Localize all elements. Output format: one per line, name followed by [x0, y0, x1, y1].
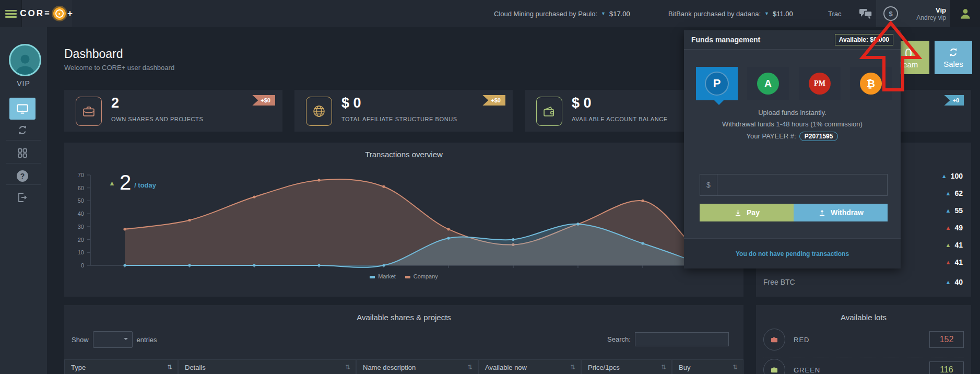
funds-title: Funds management: [691, 36, 760, 44]
legend-company: Company: [405, 273, 438, 279]
notification-cloud-mining[interactable]: Cloud Mining purchased by Paulo: ▼ $17.0…: [494, 0, 630, 27]
sidebar-divider: [6, 184, 41, 185]
sidebar-item-apps[interactable]: [9, 142, 36, 164]
notification-truncated[interactable]: Trac: [828, 0, 842, 27]
show-label: Show: [72, 336, 89, 344]
transactions-chart: 01020304050607008 June09 June10 June11 J…: [64, 161, 743, 271]
sidebar-item-help[interactable]: ?: [9, 165, 36, 187]
search-input[interactable]: [635, 332, 729, 346]
person-silhouette-icon: [13, 51, 37, 75]
funds-management-dropdown: Funds management Available: $0.000 P A P…: [684, 30, 901, 268]
user-avatar-button[interactable]: [950, 0, 980, 27]
available-balance-badge: Available: $0.000: [835, 34, 893, 45]
payment-method-perfect-money[interactable]: PM: [799, 67, 841, 100]
sort-icon: ⇅: [733, 364, 738, 371]
payeer-number-pill: P2071595: [799, 132, 839, 141]
lot-label: GREEN: [794, 366, 820, 374]
sales-card[interactable]: Sales: [935, 41, 972, 74]
column-header-price[interactable]: Price/1pcs⇅: [581, 359, 672, 374]
stat-badge: +$0: [252, 95, 275, 106]
amount-field-group: $: [700, 174, 888, 196]
funds-management-button[interactable]: $: [876, 0, 905, 27]
sort-icon: ⇅: [345, 364, 350, 371]
sidebar-item-logout[interactable]: [9, 186, 36, 208]
payment-method-advcash[interactable]: A: [747, 67, 789, 100]
legend-swatch: [405, 276, 410, 278]
sync-icon: [948, 46, 959, 58]
notification-text: BitBank purchased by dadana:: [668, 10, 761, 18]
amount-input[interactable]: [717, 174, 887, 195]
svg-text:10: 10: [78, 249, 84, 255]
stat-value: $ 0: [341, 95, 361, 111]
sort-icon: ⇅: [570, 364, 575, 371]
column-header-type[interactable]: Type⇅: [64, 359, 178, 374]
stat-value: $ 0: [572, 95, 592, 111]
hamburger-icon: [5, 8, 17, 19]
lot-label: RED: [794, 336, 809, 344]
core-plus-dashboard: COR≡ + Cloud Mining purchased by Paulo: …: [0, 0, 980, 374]
chat-icon: [859, 8, 872, 19]
show-entries-control: Show entries: [72, 331, 157, 348]
dollar-icon: $: [883, 6, 898, 21]
sort-icon: ⇅: [167, 364, 172, 371]
svg-text:0: 0: [81, 262, 84, 268]
user-menu[interactable]: Vip Andrey vip: [905, 0, 950, 27]
lot-row-green[interactable]: GREEN 116: [763, 358, 964, 374]
column-header-buy[interactable]: Buy⇅: [672, 359, 743, 374]
column-header-name-description[interactable]: Name description⇅: [356, 359, 478, 374]
legend-market: Market: [370, 273, 396, 279]
available-lots-panel: Available lots RED 152 GREEN 116: [756, 305, 971, 374]
stat-badge: +$0: [482, 95, 505, 106]
row-divider: [763, 357, 964, 357]
entries-select[interactable]: [93, 331, 133, 348]
notification-text: Trac: [828, 10, 842, 18]
payment-method-payeer[interactable]: P: [696, 67, 738, 100]
funds-info-line2: Withdrawal funds 1-48 hours (1% commissi…: [684, 120, 901, 128]
question-icon: ?: [17, 170, 28, 182]
team-value: 0: [905, 46, 912, 60]
grid-icon: [16, 147, 29, 159]
logo-plus: +: [67, 8, 74, 19]
chart-title: Transactions overview: [64, 150, 743, 159]
hamburger-menu-button[interactable]: [0, 0, 22, 27]
lot-value: 116: [929, 361, 964, 374]
withdraw-button[interactable]: Withdraw: [794, 204, 888, 221]
monitor-icon: [16, 102, 29, 115]
svg-text:20: 20: [78, 237, 84, 243]
sidebar-avatar[interactable]: [9, 44, 41, 76]
funds-header: Funds management Available: $0.000: [684, 30, 901, 50]
selected-tile-caret: [714, 100, 724, 105]
logo-equals: ≡: [44, 8, 51, 19]
payment-method-bitcoin[interactable]: ₿: [850, 67, 892, 100]
download-icon: [734, 208, 742, 217]
svg-text:30: 30: [78, 224, 84, 230]
svg-text:60: 60: [78, 185, 84, 191]
sort-icon: ⇅: [661, 364, 666, 371]
column-header-details[interactable]: Details⇅: [178, 359, 356, 374]
today-label: / today: [134, 181, 156, 189]
svg-text:50: 50: [78, 197, 84, 204]
currency-prefix: $: [700, 174, 717, 195]
chat-button[interactable]: [855, 0, 876, 27]
lot-row-red[interactable]: RED 152: [763, 328, 964, 351]
search-control: Search:: [607, 332, 729, 346]
column-header-available-now[interactable]: Available now⇅: [478, 359, 581, 374]
notification-bitbank[interactable]: BitBank purchased by dadana: ▼ $11.00: [668, 0, 793, 27]
sidebar-item-transactions[interactable]: [9, 119, 36, 141]
logo[interactable]: COR≡ +: [22, 0, 72, 27]
funds-info-line1: Upload funds instantly.: [684, 109, 901, 116]
sidebar-item-dashboard[interactable]: [9, 98, 36, 120]
pay-button[interactable]: Pay: [700, 204, 794, 221]
list-item-free-btc[interactable]: Free BTC▲40: [756, 273, 971, 290]
legend-swatch: [370, 276, 375, 278]
lots-title: Available lots: [756, 313, 971, 322]
page-subtitle: Welcome to CORE+ user dashboard: [64, 64, 174, 72]
pending-transactions-note[interactable]: You do not have pending transactions: [736, 250, 849, 258]
stat-card-affiliate-bonus: $ 0 TOTAL AFFILIATE STRUCTURE BONUS +$0: [294, 90, 513, 132]
notification-text: Cloud Mining purchased by Paulo:: [494, 10, 597, 18]
lot-value: 152: [929, 331, 964, 348]
today-value: 2: [120, 172, 131, 193]
stat-label: AVAILABLE ACCOUNT BALANCE: [572, 116, 668, 122]
stat-value: 2: [111, 95, 119, 111]
user-title: Vip: [936, 6, 946, 14]
